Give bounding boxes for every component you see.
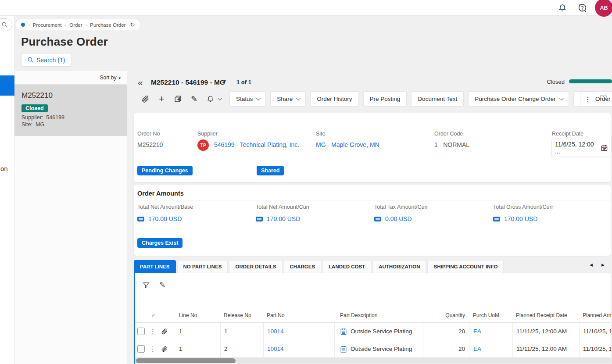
tab-order-details[interactable]: ORDER DETAILS xyxy=(229,260,282,273)
order-summary-card: Order No M252210 Supplier TP 546199 - Te… xyxy=(134,113,611,182)
page-title: Purchase Order xyxy=(21,35,108,49)
edit-pencil-icon[interactable]: ✎ xyxy=(159,280,165,289)
grid-header-row: ✓ Line No Release No Part No Part Descri… xyxy=(134,308,611,323)
favorite-heart-icon[interactable]: ♡ xyxy=(599,93,607,103)
amount-link[interactable]: 170.00 USD xyxy=(256,215,310,222)
caret-down-icon: ▾ xyxy=(118,76,121,80)
chevron-down-icon xyxy=(559,96,564,100)
status-button[interactable]: Status xyxy=(229,91,266,107)
row-menu-kebab-icon[interactable]: ⋮ xyxy=(150,328,156,335)
search-icon xyxy=(27,57,34,63)
tab-scroll-right-icon[interactable]: ▶ xyxy=(601,263,605,267)
tab-authorization[interactable]: AUTHORIZATION xyxy=(372,260,426,273)
col-planned-receipt-date[interactable]: Planned Receipt Date xyxy=(512,308,579,322)
edit-pencil-icon[interactable]: ✎ xyxy=(186,91,202,107)
breadcrumb-separator: › xyxy=(28,22,30,28)
list-item-site: Site: MG xyxy=(21,121,120,128)
cell-release-no: 1 xyxy=(220,323,263,340)
filter-icon[interactable] xyxy=(143,282,150,289)
horizontal-scrollbar[interactable] xyxy=(135,358,612,364)
row-checkbox[interactable] xyxy=(137,328,145,335)
amount-link[interactable]: 0.00 USD xyxy=(374,215,428,222)
order-amounts-card: Order Amounts Total Net Amount/Base 170.… xyxy=(134,185,611,256)
duplicate-icon[interactable] xyxy=(170,91,186,107)
notifications-bell-icon[interactable] xyxy=(558,4,567,12)
tab-charges[interactable]: CHARGES xyxy=(284,260,322,273)
supplier-avatar: TP xyxy=(197,139,209,151)
col-quantity[interactable]: Quantity xyxy=(423,308,469,322)
tab-landed-cost[interactable]: LANDED COST xyxy=(322,260,371,273)
record-dropdown-caret-icon[interactable]: ▼ xyxy=(222,79,227,84)
amount-link[interactable]: 170.00 USD xyxy=(493,215,553,222)
cell-part-description: Outside Service Plating xyxy=(351,328,412,335)
home-dot-icon[interactable] xyxy=(21,23,25,27)
tab-shipping-account-info[interactable]: SHIPPING ACCOUNT INFO xyxy=(427,260,504,273)
cell-part-no-link[interactable]: 10014 xyxy=(263,323,334,340)
col-line-no[interactable]: Line No xyxy=(175,308,220,322)
order-history-button[interactable]: Order History xyxy=(310,91,358,107)
row-menu-kebab-icon[interactable]: ⋮ xyxy=(150,345,156,353)
col-part-no[interactable]: Part No xyxy=(263,308,334,322)
search-button[interactable]: Search (1) xyxy=(21,53,71,67)
user-avatar[interactable]: AB xyxy=(595,0,612,17)
col-purch-uom[interactable]: Purch UoM xyxy=(469,308,512,322)
add-icon[interactable]: + xyxy=(154,91,170,107)
list-item-selected[interactable]: M252210 Closed Supplier: 546199 Site: MG xyxy=(14,85,127,136)
share-button[interactable]: Share xyxy=(270,91,306,107)
rail-search-input[interactable] xyxy=(0,18,12,31)
breadcrumb-purchase-order[interactable]: Purchase Order xyxy=(90,22,125,28)
document-icon[interactable] xyxy=(340,346,347,353)
receipt-date-field: Receipt Date 11/6/25, 12:00 ... xyxy=(552,131,611,157)
col-planned-arrival[interactable]: Planned Arrival xyxy=(579,308,611,322)
col-part-description[interactable]: Part Description xyxy=(334,308,423,322)
total-net-curr-field: Total Net Amount/Curr 170.00 USD xyxy=(256,204,310,222)
help-icon[interactable]: ? xyxy=(577,3,587,13)
table-row[interactable]: ⋮ 1 1 10014 Outside Service Plating xyxy=(134,323,611,340)
status-progress-bar xyxy=(569,79,612,83)
order-code-field: Order Code 1 - NORMAL xyxy=(434,131,469,148)
document-icon[interactable] xyxy=(340,328,347,335)
currency-icon xyxy=(256,217,263,221)
grid-toolbar: ✎ ⚙ 24 xyxy=(134,273,611,298)
row-attachment-icon[interactable] xyxy=(161,346,168,352)
cell-planned-receipt-date: 11/11/25, 12:00 AM xyxy=(512,323,579,340)
cell-part-no-link[interactable]: 10014 xyxy=(263,340,334,357)
pre-posting-button[interactable]: Pre Posting xyxy=(363,91,407,107)
tab-no-part-lines[interactable]: NO PART LINES xyxy=(177,260,228,273)
sort-by-label: Sort by xyxy=(100,75,116,81)
cell-line-no: 1 xyxy=(175,323,220,340)
sort-by-dropdown[interactable]: Sort by▾ xyxy=(100,75,121,81)
cell-purch-uom-link[interactable]: EA xyxy=(469,340,512,357)
document-text-button[interactable]: Document Text xyxy=(411,91,464,107)
row-attachment-icon[interactable] xyxy=(161,328,168,335)
attachment-icon[interactable] xyxy=(137,91,154,107)
rail-active-indicator[interactable] xyxy=(0,75,14,96)
breadcrumb-order[interactable]: Order xyxy=(69,22,82,28)
col-release-no[interactable]: Release No xyxy=(220,308,263,322)
amount-link[interactable]: 170.00 USD xyxy=(137,215,193,222)
supplier-link[interactable]: 546199 - Technical Plating, Inc. xyxy=(214,141,299,148)
table-row[interactable]: ⋮ 1 2 10014 Outside Service Plating xyxy=(134,340,611,357)
refresh-icon[interactable]: ↻ xyxy=(130,21,135,28)
tab-part-lines[interactable]: PART LINES xyxy=(134,260,176,273)
breadcrumb-procurement[interactable]: Procurement xyxy=(33,22,62,28)
row-checkbox[interactable] xyxy=(137,345,145,353)
collapse-list-icon[interactable]: « xyxy=(138,77,143,88)
tab-scroll-left-icon[interactable]: ◀ xyxy=(590,263,593,267)
site-link[interactable]: MG - Maple Grove, MN xyxy=(316,141,379,148)
cell-part-description: Outside Service Plating xyxy=(351,346,412,352)
cell-release-no: 2 xyxy=(220,340,263,357)
list-item-supplier: Supplier: 546199 xyxy=(21,114,120,121)
detail-tabs: PART LINES NO PART LINES ORDER DETAILS C… xyxy=(134,260,504,273)
search-icon xyxy=(1,21,8,28)
scrollbar-thumb[interactable] xyxy=(136,358,236,363)
select-all-column[interactable]: ✓ xyxy=(134,308,175,322)
more-actions-kebab-icon[interactable]: ⋮ xyxy=(580,92,595,107)
cell-purch-uom-link[interactable]: EA xyxy=(469,323,512,340)
calendar-icon[interactable] xyxy=(601,144,608,152)
purchase-order-change-order-button[interactable]: Purchase Order Change Order xyxy=(468,91,569,107)
receipt-date-input[interactable]: 11/6/25, 12:00 ... xyxy=(552,139,611,157)
breadcrumb-separator: › xyxy=(65,22,67,28)
record-pager: 1 of 1 xyxy=(236,79,251,86)
alerts-bell-dropdown[interactable] xyxy=(202,91,225,107)
